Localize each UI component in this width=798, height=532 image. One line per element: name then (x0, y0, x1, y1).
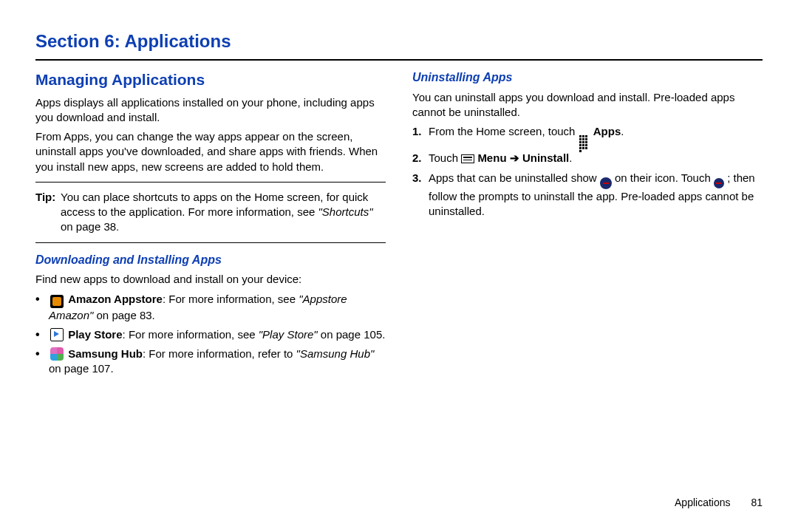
step1-text-a: From the Home screen, touch (429, 125, 579, 137)
footer-page-number: 81 (751, 497, 763, 508)
amazon-appstore-icon (50, 295, 64, 308)
step2-text-a: Touch (429, 151, 461, 164)
footer-section-label: Applications (675, 497, 731, 508)
left-column: Managing Applications Apps displays all … (35, 68, 386, 381)
play-ref: "Play Store" (259, 328, 318, 341)
page-footer: Applications 81 (675, 496, 763, 510)
step-3: 3. Apps that can be uninstalled show on … (412, 171, 763, 219)
tip-text-b: on page 38. (61, 220, 119, 233)
heading-uninstalling-apps: Uninstalling Apps (412, 69, 763, 86)
section-title: Section 6: Applications (35, 30, 763, 53)
uninstall-steps: 1. From the Home screen, touch Apps. 2. … (412, 124, 763, 219)
step-2: 2. Touch Menu ➔ Uninstall. (412, 151, 763, 166)
step-number: 3. (412, 171, 429, 219)
app-stores-list: • Amazon Appstore: For more information,… (35, 292, 386, 377)
apps-label: Apps (593, 125, 621, 137)
downloading-intro: Find new apps to download and install on… (35, 272, 386, 287)
samsung-hub-icon (50, 347, 64, 361)
uninstall-badge-icon (714, 178, 724, 188)
list-item-amazon: • Amazon Appstore: For more information,… (35, 292, 386, 323)
right-column: Uninstalling Apps You can uninstall apps… (412, 68, 763, 381)
play-store-name: Play Store (68, 328, 122, 341)
uninstall-badge-icon (600, 177, 612, 189)
arrow-icon: ➔ (507, 151, 522, 164)
tip-ref-shortcuts: "Shortcuts" (318, 205, 373, 218)
tip-block: Tip: You can place shortcuts to apps on … (35, 190, 386, 235)
hub-text-a: : For more information, refer to (143, 347, 296, 360)
divider-tip-bottom (35, 242, 386, 243)
bullet-icon: • (35, 292, 49, 323)
bullet-icon: • (35, 347, 49, 377)
tip-body: You can place shortcuts to apps on the H… (61, 190, 386, 235)
amazon-text-b: on page 83. (93, 309, 154, 321)
samsung-hub-name: Samsung Hub (68, 347, 143, 360)
heading-managing-applications: Managing Applications (35, 69, 386, 90)
step1-text-c: . (621, 125, 624, 137)
menu-icon (461, 154, 474, 163)
step-number: 1. (412, 124, 429, 146)
play-text-b: on page 105. (318, 328, 386, 341)
tip-label: Tip: (35, 190, 61, 235)
list-item-samsung-hub: • Samsung Hub: For more information, ref… (35, 347, 386, 377)
amazon-appstore-name: Amazon Appstore (68, 293, 163, 305)
play-text-a: : For more information, see (123, 328, 259, 341)
content-columns: Managing Applications Apps displays all … (35, 68, 763, 381)
uninstalling-intro: You can uninstall apps you download and … (412, 90, 763, 120)
apps-grid-icon (579, 134, 590, 146)
managing-apps-para-2: From Apps, you can change the way apps a… (35, 129, 386, 174)
step2-text-d: . (569, 151, 572, 164)
uninstall-label: Uninstall (522, 151, 569, 164)
list-item-play-store: • Play Store: For more information, see … (35, 327, 386, 342)
heading-downloading-installing: Downloading and Installing Apps (35, 252, 386, 268)
hub-text-b: on page 107. (49, 362, 114, 375)
hub-ref: "Samsung Hub" (296, 347, 375, 360)
divider-top (35, 59, 763, 61)
step3-text-b: on their icon. Touch (615, 171, 714, 184)
divider-tip-top (35, 182, 386, 183)
amazon-text-a: : For more information, see (163, 293, 299, 305)
menu-label: Menu (477, 151, 506, 164)
managing-apps-para-1: Apps displays all applications installed… (35, 95, 386, 126)
step3-text-a: Apps that can be uninstalled show (429, 171, 600, 184)
play-store-icon (50, 328, 64, 341)
bullet-icon: • (35, 327, 49, 342)
step-number: 2. (412, 151, 429, 166)
step-1: 1. From the Home screen, touch Apps. (412, 124, 763, 146)
